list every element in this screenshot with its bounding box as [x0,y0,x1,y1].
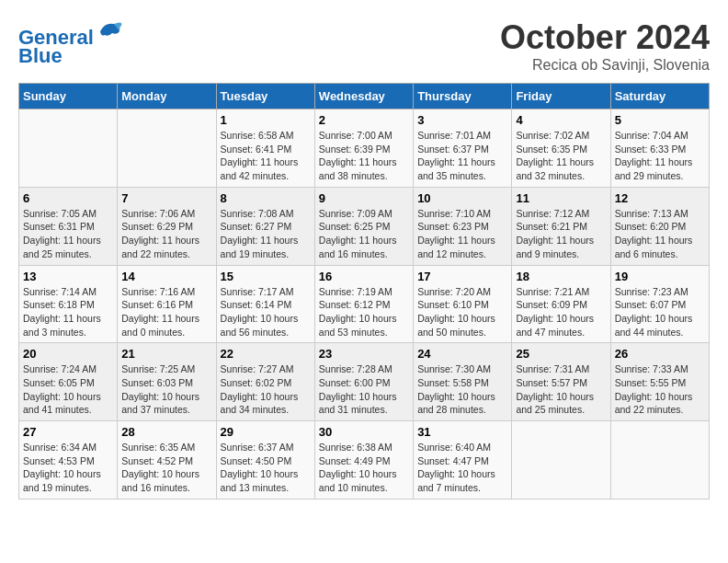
day-cell-10: 10Sunrise: 7:10 AMSunset: 6:23 PMDayligh… [414,187,512,265]
day-number: 8 [221,191,311,205]
day-info: Sunrise: 7:04 AMSunset: 6:33 PMDaylight:… [615,129,705,183]
day-cell-31: 31Sunrise: 6:40 AMSunset: 4:47 PMDayligh… [414,421,512,500]
day-number: 1 [221,113,311,127]
day-cell-27: 27Sunrise: 6:34 AMSunset: 4:53 PMDayligh… [19,421,118,500]
day-number: 4 [516,113,606,127]
day-info: Sunrise: 7:00 AMSunset: 6:39 PMDaylight:… [319,129,409,183]
day-info: Sunrise: 7:09 AMSunset: 6:25 PMDaylight:… [319,207,409,261]
page-header: General Blue October 2024 Recica ob Savi… [18,18,710,74]
day-cell-29: 29Sunrise: 6:37 AMSunset: 4:50 PMDayligh… [216,421,314,500]
title-block: October 2024 Recica ob Savinji, Slovenia [500,18,710,74]
day-number: 7 [121,191,211,205]
day-cell-17: 17Sunrise: 7:20 AMSunset: 6:10 PMDayligh… [414,265,512,343]
day-number: 6 [23,191,113,205]
day-number: 14 [121,270,211,283]
week-row-1: 1Sunrise: 6:58 AMSunset: 6:41 PMDaylight… [19,109,710,188]
day-info: Sunrise: 7:14 AMSunset: 6:18 PMDaylight:… [23,285,113,339]
day-info: Sunrise: 7:16 AMSunset: 6:16 PMDaylight:… [121,285,211,339]
day-number: 13 [23,270,113,283]
day-cell-30: 30Sunrise: 6:38 AMSunset: 4:49 PMDayligh… [314,421,413,500]
day-info: Sunrise: 7:08 AMSunset: 6:27 PMDaylight:… [221,207,311,261]
day-cell-26: 26Sunrise: 7:33 AMSunset: 5:55 PMDayligh… [610,343,709,421]
day-info: Sunrise: 7:27 AMSunset: 6:02 PMDaylight:… [221,362,311,417]
calendar-table: SundayMondayTuesdayWednesdayThursdayFrid… [18,83,710,500]
day-number: 28 [121,425,211,439]
day-info: Sunrise: 6:40 AMSunset: 4:47 PMDaylight:… [417,441,507,495]
weekday-header-friday: Friday [512,84,610,109]
logo: General Blue [18,18,123,67]
day-number: 21 [121,347,211,361]
weekday-header-wednesday: Wednesday [314,84,413,109]
weekday-header-saturday: Saturday [610,84,709,109]
day-cell-18: 18Sunrise: 7:21 AMSunset: 6:09 PMDayligh… [512,265,610,343]
day-cell-6: 6Sunrise: 7:05 AMSunset: 6:31 PMDaylight… [19,187,118,265]
week-row-4: 20Sunrise: 7:24 AMSunset: 6:05 PMDayligh… [19,343,710,421]
day-cell-25: 25Sunrise: 7:31 AMSunset: 5:57 PMDayligh… [512,343,610,421]
week-row-5: 27Sunrise: 6:34 AMSunset: 4:53 PMDayligh… [19,421,710,500]
day-number: 11 [516,191,606,205]
day-cell-2: 2Sunrise: 7:00 AMSunset: 6:39 PMDaylight… [314,109,413,188]
empty-cell [19,109,118,188]
day-number: 19 [615,270,705,283]
day-number: 31 [417,425,507,439]
day-number: 18 [516,270,606,283]
day-number: 16 [319,270,409,283]
weekday-header-sunday: Sunday [19,84,118,109]
day-cell-20: 20Sunrise: 7:24 AMSunset: 6:05 PMDayligh… [19,343,118,421]
day-number: 12 [615,191,705,205]
day-info: Sunrise: 7:02 AMSunset: 6:35 PMDaylight:… [516,129,606,183]
day-number: 2 [319,113,409,127]
day-info: Sunrise: 7:10 AMSunset: 6:23 PMDaylight:… [417,207,507,261]
day-cell-1: 1Sunrise: 6:58 AMSunset: 6:41 PMDaylight… [216,109,314,188]
day-number: 30 [319,425,409,439]
day-cell-14: 14Sunrise: 7:16 AMSunset: 6:16 PMDayligh… [118,265,216,343]
day-info: Sunrise: 7:06 AMSunset: 6:29 PMDaylight:… [121,207,211,261]
day-number: 5 [615,113,705,127]
day-info: Sunrise: 7:28 AMSunset: 6:00 PMDaylight:… [319,362,409,417]
day-cell-3: 3Sunrise: 7:01 AMSunset: 6:37 PMDaylight… [414,109,512,188]
day-cell-8: 8Sunrise: 7:08 AMSunset: 6:27 PMDaylight… [216,187,314,265]
empty-cell [610,421,709,500]
day-number: 20 [23,347,113,361]
day-info: Sunrise: 6:37 AMSunset: 4:50 PMDaylight:… [221,441,311,495]
day-info: Sunrise: 7:24 AMSunset: 6:05 PMDaylight:… [23,362,113,417]
day-info: Sunrise: 7:19 AMSunset: 6:12 PMDaylight:… [319,285,409,339]
day-number: 17 [417,270,507,283]
day-info: Sunrise: 6:35 AMSunset: 4:52 PMDaylight:… [121,441,211,495]
day-info: Sunrise: 7:13 AMSunset: 6:20 PMDaylight:… [615,207,705,261]
day-cell-28: 28Sunrise: 6:35 AMSunset: 4:52 PMDayligh… [118,421,216,500]
day-info: Sunrise: 7:30 AMSunset: 5:58 PMDaylight:… [417,362,507,417]
day-number: 29 [221,425,311,439]
day-cell-21: 21Sunrise: 7:25 AMSunset: 6:03 PMDayligh… [118,343,216,421]
day-number: 15 [221,270,311,283]
day-info: Sunrise: 7:01 AMSunset: 6:37 PMDaylight:… [417,129,507,183]
day-cell-11: 11Sunrise: 7:12 AMSunset: 6:21 PMDayligh… [512,187,610,265]
empty-cell [512,421,610,500]
day-cell-13: 13Sunrise: 7:14 AMSunset: 6:18 PMDayligh… [19,265,118,343]
month-title: October 2024 [500,18,710,57]
day-cell-16: 16Sunrise: 7:19 AMSunset: 6:12 PMDayligh… [314,265,413,343]
day-cell-12: 12Sunrise: 7:13 AMSunset: 6:20 PMDayligh… [610,187,709,265]
day-number: 3 [417,113,507,127]
day-info: Sunrise: 7:05 AMSunset: 6:31 PMDaylight:… [23,207,113,261]
day-info: Sunrise: 7:12 AMSunset: 6:21 PMDaylight:… [516,207,606,261]
day-number: 25 [516,347,606,361]
day-info: Sunrise: 7:33 AMSunset: 5:55 PMDaylight:… [615,362,705,417]
day-info: Sunrise: 6:34 AMSunset: 4:53 PMDaylight:… [23,441,113,495]
day-cell-23: 23Sunrise: 7:28 AMSunset: 6:00 PMDayligh… [314,343,413,421]
day-cell-7: 7Sunrise: 7:06 AMSunset: 6:29 PMDaylight… [118,187,216,265]
weekday-header-monday: Monday [118,84,216,109]
day-info: Sunrise: 6:58 AMSunset: 6:41 PMDaylight:… [221,129,311,183]
day-cell-22: 22Sunrise: 7:27 AMSunset: 6:02 PMDayligh… [216,343,314,421]
weekday-header-row: SundayMondayTuesdayWednesdayThursdayFrid… [19,84,710,109]
day-number: 27 [23,425,113,439]
day-number: 26 [615,347,705,361]
day-info: Sunrise: 7:20 AMSunset: 6:10 PMDaylight:… [417,285,507,339]
day-cell-19: 19Sunrise: 7:23 AMSunset: 6:07 PMDayligh… [610,265,709,343]
day-info: Sunrise: 7:25 AMSunset: 6:03 PMDaylight:… [121,362,211,417]
weekday-header-thursday: Thursday [414,84,512,109]
logo-bird-icon [96,18,123,44]
day-info: Sunrise: 7:17 AMSunset: 6:14 PMDaylight:… [221,285,311,339]
day-number: 22 [221,347,311,361]
day-number: 9 [319,191,409,205]
